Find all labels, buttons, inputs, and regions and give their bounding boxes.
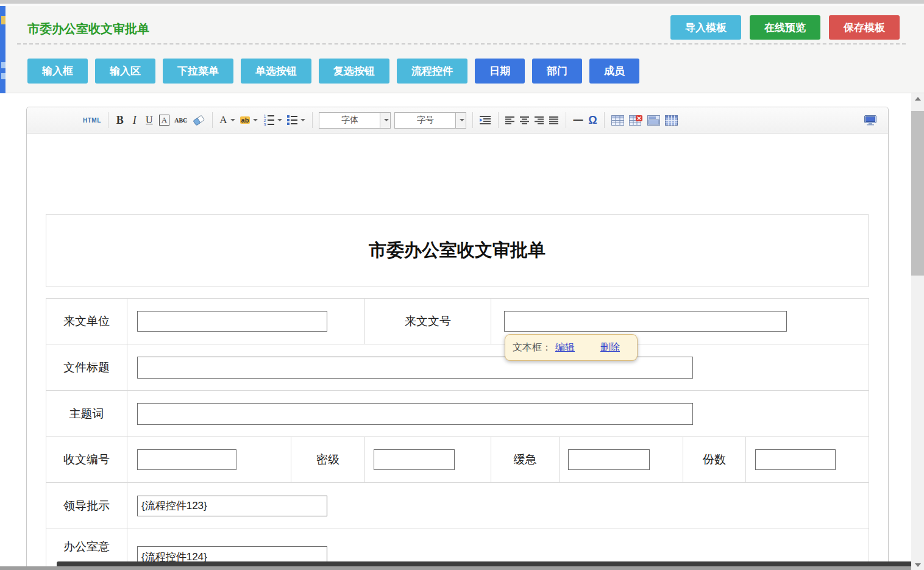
underline-icon: U [146, 115, 153, 126]
approval-form-table: 来文单位 来文文号 文件标题 主题词 收文编号 密级 缓急 份数 [46, 298, 869, 570]
form-title-block: 市委办公室收文审批单 [46, 214, 869, 287]
ordered-list-icon: 1 2 3 [263, 115, 274, 126]
table-properties-button[interactable] [663, 112, 680, 129]
save-template-button[interactable]: 保存模板 [829, 15, 900, 40]
vertical-scrollbar[interactable] [911, 93, 924, 570]
leader-note-input[interactable] [137, 496, 327, 516]
chevron-down-icon [230, 119, 235, 121]
chevron-down-icon [460, 119, 464, 121]
ordered-list-button[interactable]: 1 2 3 [260, 112, 285, 129]
editor-toolbar: HTML B I U A ABC A ab 1 2 3 [27, 107, 888, 134]
table-row: 主题词 [46, 391, 869, 437]
remove-format-button[interactable] [190, 112, 208, 129]
underline-button[interactable]: U [142, 112, 157, 129]
merged-table-icon [647, 115, 660, 126]
merge-cells-button[interactable] [645, 112, 663, 129]
align-center-icon [520, 116, 530, 124]
scrollbar-thumb[interactable] [911, 111, 924, 276]
page-title: 市委办公室收文审批单 [27, 21, 149, 37]
docked-icon-fragment [1, 73, 5, 79]
character-style-button[interactable]: A [157, 112, 172, 129]
add-input-box-button[interactable]: 输入框 [27, 59, 88, 84]
font-family-dropdown-button[interactable] [380, 113, 390, 128]
subject-label: 主题词 [46, 391, 127, 437]
delete-link[interactable]: 删除 [600, 341, 620, 354]
online-preview-button[interactable]: 在线预览 [750, 15, 820, 40]
add-department-button[interactable]: 部门 [532, 59, 582, 84]
highlight-icon: ab [240, 116, 251, 124]
add-radio-button[interactable]: 单选按钮 [241, 59, 311, 84]
toolbar-divider [472, 112, 473, 128]
docked-icon-fragment [1, 62, 5, 68]
font-color-button[interactable]: A [217, 112, 237, 129]
toolbar-divider [566, 112, 566, 128]
font-size-select[interactable]: 字号 [394, 112, 466, 129]
unordered-list-button[interactable] [285, 112, 308, 129]
font-family-select[interactable]: 字体 [319, 112, 391, 129]
align-right-button[interactable] [532, 112, 547, 129]
add-member-button[interactable]: 成员 [589, 59, 639, 84]
add-checkbox-button[interactable]: 复选按钮 [319, 59, 389, 84]
font-size-dropdown-button[interactable] [455, 113, 466, 128]
horizontal-rule-button[interactable]: — [570, 112, 585, 129]
secrecy-label: 密级 [291, 437, 365, 483]
toolbar-divider [604, 112, 605, 128]
table-row: 文件标题 [46, 344, 869, 391]
font-color-icon: A [219, 114, 227, 126]
import-template-button[interactable]: 导入模板 [670, 15, 741, 40]
table-row: 收文编号 密级 缓急 份数 [46, 437, 869, 483]
window-bottom-edge [57, 561, 911, 566]
add-flow-control-button[interactable]: 流程控件 [397, 59, 467, 84]
align-justify-icon [549, 116, 559, 124]
html-icon: HTML [83, 117, 101, 124]
strikethrough-button[interactable]: ABC [172, 112, 190, 129]
edit-link[interactable]: 编辑 [555, 341, 575, 354]
source-unit-input[interactable] [137, 311, 327, 332]
receipt-no-input[interactable] [137, 449, 236, 470]
monitor-icon [864, 115, 877, 126]
font-size-value: 字号 [395, 115, 455, 126]
font-family-value: 字体 [319, 115, 380, 126]
add-date-button[interactable]: 日期 [475, 59, 525, 84]
insert-table-button[interactable] [609, 112, 627, 129]
align-center-button[interactable] [517, 112, 532, 129]
indent-button[interactable] [477, 112, 494, 129]
indent-icon [480, 116, 491, 124]
unordered-list-icon [287, 115, 297, 125]
docked-icon-fragment [1, 16, 5, 24]
delete-table-icon [629, 115, 642, 126]
header-action-buttons: 导入模板 在线预览 保存模板 [670, 15, 900, 40]
doc-number-input[interactable] [504, 311, 787, 332]
doc-title-label: 文件标题 [46, 344, 127, 391]
special-character-button[interactable]: Ω [585, 112, 600, 129]
scroll-down-button[interactable] [911, 560, 924, 570]
scroll-up-button[interactable] [911, 93, 924, 104]
italic-button[interactable]: I [127, 112, 142, 129]
align-right-icon [535, 116, 544, 124]
fullscreen-button[interactable] [861, 112, 880, 129]
delete-table-button[interactable] [627, 112, 645, 129]
table-row: 来文单位 来文文号 [46, 299, 869, 344]
boxed-a-icon: A [159, 115, 169, 126]
align-justify-button[interactable] [547, 112, 561, 129]
subject-input[interactable] [137, 403, 693, 425]
textbox-action-tooltip: 文本框： 编辑 删除 [505, 334, 638, 361]
highlight-color-button[interactable]: ab [238, 112, 261, 129]
align-left-button[interactable] [503, 112, 517, 129]
chevron-down-icon [277, 119, 282, 121]
copies-input[interactable] [755, 449, 836, 470]
page-header: 市委办公室收文审批单 导入模板 在线预览 保存模板 输入框 输入区 下拉菜单 单… [5, 6, 924, 93]
window-top-edge-highlight [0, 4, 924, 6]
chevron-down-icon [300, 119, 305, 121]
rich-text-editor: HTML B I U A ABC A ab 1 2 3 [26, 107, 889, 570]
secrecy-input[interactable] [374, 449, 455, 470]
add-dropdown-button[interactable]: 下拉菜单 [163, 59, 233, 84]
urgency-label: 缓急 [491, 437, 560, 483]
chevron-down-icon [384, 119, 389, 121]
bold-button[interactable]: B [113, 112, 127, 129]
source-code-button[interactable]: HTML [80, 112, 104, 129]
form-title: 市委办公室收文审批单 [369, 238, 546, 263]
toolbar-divider [312, 112, 313, 128]
urgency-input[interactable] [568, 449, 650, 470]
add-textarea-button[interactable]: 输入区 [95, 59, 155, 84]
